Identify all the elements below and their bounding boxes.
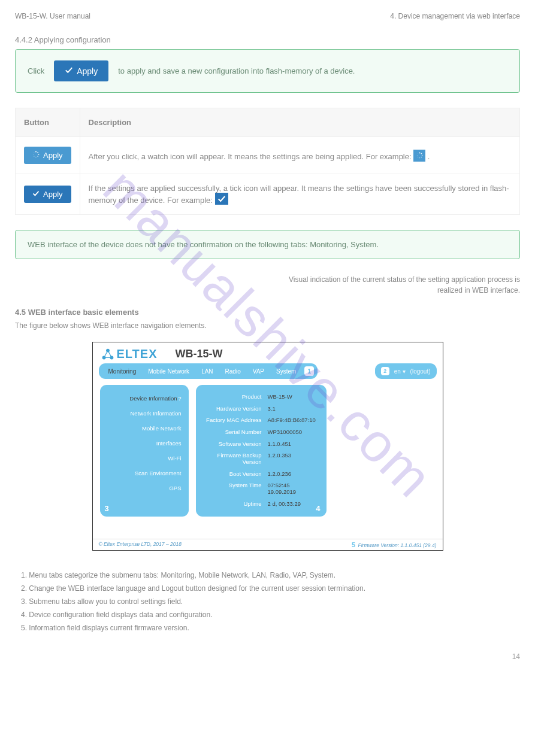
info-row: Serial NumberWP31000050	[204, 426, 318, 438]
logout-link[interactable]: (logout)	[410, 368, 431, 375]
callout-text: WEB interface of the device does not hav…	[28, 240, 379, 249]
chevron-down-icon: ▾	[403, 368, 406, 375]
check-icon	[65, 66, 73, 76]
svg-point-6	[33, 154, 34, 154]
callout-text-post: to apply and save a new configuration in…	[118, 66, 355, 75]
info-value: 1.2.0.353	[268, 452, 318, 465]
list-item: 3. Submenu tabs allow you to control set…	[21, 595, 520, 608]
svg-point-2	[38, 154, 40, 155]
list-item: 4. Device configuration field displays d…	[21, 608, 520, 621]
tab-vap[interactable]: VAP	[247, 368, 270, 375]
info-row: System Time07:52:45 19.09.2019	[204, 479, 318, 498]
legend-desc: If the settings are applied successfully…	[89, 184, 509, 205]
ui-screenshot: ELTEX WB-15-W Monitoring Mobile Network …	[92, 342, 443, 551]
legend-list: 1. Menu tabs categorize the submenu tabs…	[21, 569, 520, 634]
tab-system[interactable]: System	[270, 368, 302, 375]
tab-lan[interactable]: LAN	[195, 368, 219, 375]
info-label: System Time	[204, 482, 262, 495]
info-row: Software Version1.1.0.451	[204, 438, 318, 450]
svg-point-1	[37, 152, 38, 153]
apply-button-done[interactable]: Apply	[24, 186, 71, 203]
user-pill: 2 en ▾ (logout)	[375, 363, 437, 379]
callout-badge-5: 5	[352, 541, 355, 548]
info-row: Boot Version1.2.0.236	[204, 468, 318, 480]
sidebar-item-scan-environment[interactable]: Scan Environment	[107, 466, 182, 481]
table-row: Apply If the settings are applied succes…	[16, 174, 520, 215]
list-item: 1. Menu tabs categorize the submenu tabs…	[21, 569, 520, 582]
list-item: 2. Change the WEB interface language and…	[21, 582, 520, 595]
ui-topbar: ELTEX WB-15-W	[93, 342, 443, 363]
apply-button[interactable]: Apply	[54, 60, 108, 81]
info-label: Product	[204, 393, 262, 400]
svg-point-15	[418, 153, 418, 154]
info-label: Uptime	[204, 500, 262, 507]
info-label: Software Version	[204, 441, 262, 447]
sidebar-item-network-info[interactable]: Network Information	[107, 406, 182, 421]
svg-point-14	[417, 155, 418, 156]
sidebar-item-device-info[interactable]: Device Information?	[107, 391, 182, 406]
svg-point-0	[35, 151, 37, 152]
legend-th-desc: Description	[80, 108, 519, 137]
sidebar-item-wifi[interactable]: Wi-Fi	[107, 451, 182, 466]
info-row: Hardware Version3.1	[204, 403, 318, 415]
callout-badge-1: 1	[304, 366, 314, 376]
info-value: WP31000050	[268, 429, 318, 435]
sidebar-item-interfaces[interactable]: Interfaces	[107, 436, 182, 451]
logo-text: ELTEX	[117, 347, 158, 361]
svg-point-4	[35, 157, 37, 158]
language-selector[interactable]: en ▾	[394, 368, 406, 375]
sidebar-item-gps[interactable]: GPS	[107, 481, 182, 496]
tab-radio[interactable]: Radio	[219, 368, 247, 375]
info-value: 2 d, 00:33:29	[268, 500, 318, 507]
main-menu: Monitoring Mobile Network LAN Radio VAP …	[99, 363, 318, 379]
tab-mobile-network[interactable]: Mobile Network	[142, 368, 195, 375]
info-label: Factory MAC Address	[204, 417, 262, 423]
check-icon	[32, 190, 40, 199]
info-row: Firmware Backup Version1.2.0.353	[204, 450, 318, 468]
apply-button-spinner[interactable]: Apply	[24, 147, 71, 164]
info-value: 1.1.0.451	[268, 441, 318, 447]
callout-badge-3: 3	[105, 504, 109, 513]
info-label: Firmware Backup Version	[204, 452, 262, 465]
callout-note: WEB interface of the device does not hav…	[15, 230, 520, 259]
info-value: 3.1	[268, 405, 318, 412]
svg-point-10	[422, 155, 423, 156]
legend-desc-post: .	[428, 151, 430, 160]
callout-text-pre: Click	[28, 66, 44, 75]
product-title: WB-15-W	[175, 348, 222, 360]
svg-point-13	[418, 157, 418, 157]
ui-body: Device Information? Network Information …	[93, 382, 443, 550]
info-value: 1.2.0.236	[268, 470, 318, 477]
spinner-icon-inline	[413, 150, 425, 162]
svg-point-12	[419, 157, 420, 158]
apply-button-label: Apply	[43, 151, 63, 160]
info-label: Hardware Version	[204, 405, 262, 412]
info-row: ProductWB-15-W	[204, 391, 318, 403]
logo-icon	[101, 348, 114, 361]
note-line: realized in WEB interface.	[15, 285, 520, 296]
ui-footer: © Eltex Enterprise LTD, 2017 – 2018 5 Fi…	[93, 539, 443, 550]
header-right: 4. Device management via web interface	[390, 12, 520, 20]
sidebar-item-mobile-network[interactable]: Mobile Network	[107, 421, 182, 436]
section-heading: 4.4.2 Applying configuration	[15, 35, 520, 44]
section-subheading: The figure below shows WEB interface nav…	[15, 321, 520, 330]
info-value: A8:F9:4B:B6:87:10	[268, 417, 318, 423]
callout-apply: Click Apply to apply and save a new conf…	[15, 49, 520, 93]
section-heading-2: 4.5 WEB interface basic elements	[15, 308, 520, 317]
page-number: 14	[15, 652, 520, 661]
svg-point-3	[37, 156, 38, 157]
list-item: 5. Information field displays current fi…	[21, 621, 520, 634]
tab-monitoring[interactable]: Monitoring	[102, 368, 143, 375]
header-left: WB-15-W. User manual	[15, 12, 90, 20]
legend-table: Button Description Apply After you click…	[15, 108, 520, 215]
info-label: Serial Number	[204, 429, 262, 435]
table-row: Apply After you click, a watch icon will…	[16, 137, 520, 174]
info-value: WB-15-W	[268, 393, 318, 400]
info-label: Boot Version	[204, 470, 262, 477]
eltex-logo: ELTEX	[101, 347, 158, 361]
page-header: WB-15-W. User manual 4. Device managemen…	[15, 12, 520, 20]
info-panel: ProductWB-15-W Hardware Version3.1 Facto…	[196, 385, 327, 517]
help-icon: ?	[178, 396, 181, 402]
svg-point-11	[421, 157, 422, 158]
footer-version: Firmware Version: 1.1.0.451 (29.4)	[358, 542, 436, 548]
